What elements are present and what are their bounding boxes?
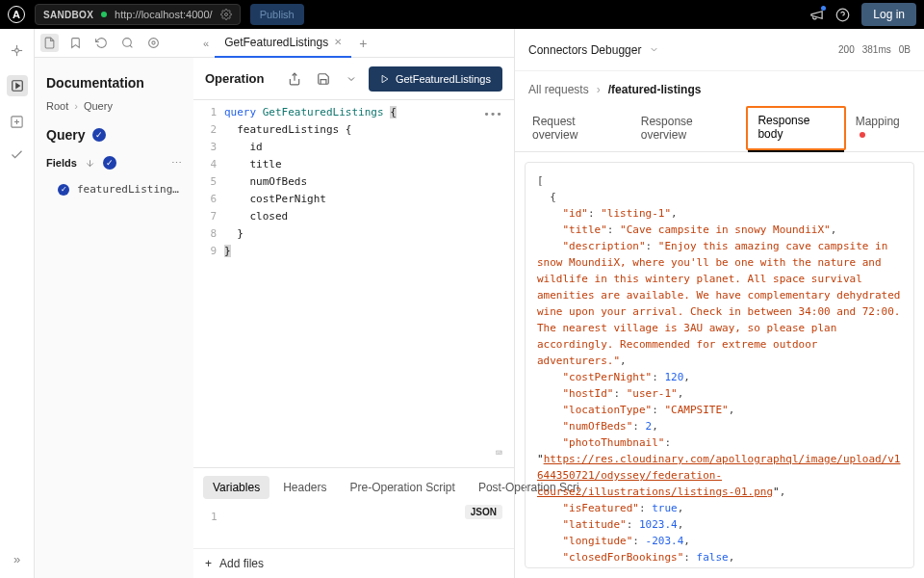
- fields-select-all-icon[interactable]: ✓: [103, 156, 116, 170]
- svg-point-0: [224, 13, 227, 16]
- rail-operations-icon[interactable]: [7, 75, 28, 96]
- status-dot-icon: [101, 12, 107, 17]
- tab-response-overview[interactable]: Response overview: [631, 105, 747, 151]
- save-icon[interactable]: [313, 68, 334, 90]
- sidebar-toolbar: [35, 29, 193, 58]
- response-tabs: Request overview Response overview Respo…: [515, 104, 924, 152]
- chevron-down-icon[interactable]: [342, 69, 361, 89]
- collapse-sidebar-icon[interactable]: «: [197, 38, 215, 49]
- rail-expand-icon[interactable]: »: [13, 552, 20, 566]
- topbar: A SANDBOX http://localhost:4000/ Publish…: [0, 0, 924, 29]
- debugger-header: Connectors Debugger 200 381ms 0B: [515, 29, 924, 71]
- fields-label: Fields: [46, 157, 77, 169]
- svg-point-15: [152, 41, 155, 44]
- sort-icon[interactable]: [85, 158, 95, 169]
- svg-marker-19: [382, 75, 388, 83]
- editor-more-icon[interactable]: •••: [483, 106, 502, 123]
- sandbox-label: SANDBOX: [43, 10, 93, 20]
- login-button[interactable]: Log in: [861, 3, 916, 26]
- add-tab-icon[interactable]: +: [351, 36, 374, 51]
- var-line-number: 1: [205, 511, 502, 523]
- keyboard-icon[interactable]: ⌨: [496, 444, 502, 461]
- file-tab[interactable]: GetFeaturedListings ✕: [215, 29, 351, 58]
- field-name: featuredListings: […: [77, 183, 182, 196]
- search-icon[interactable]: [118, 34, 137, 52]
- tab-variables[interactable]: Variables: [203, 476, 270, 499]
- svg-marker-9: [15, 84, 18, 89]
- svg-point-3: [15, 48, 19, 52]
- all-requests-link[interactable]: All requests: [528, 83, 589, 96]
- breadcrumb-query[interactable]: Query: [84, 100, 113, 112]
- file-tab-label: GetFeaturedListings: [224, 36, 328, 49]
- left-rail: »: [0, 29, 35, 578]
- endpoint-url[interactable]: http://localhost:4000/: [115, 9, 213, 20]
- latency: 381ms: [862, 44, 891, 55]
- rail-checks-icon[interactable]: [10, 146, 25, 162]
- apollo-logo-icon[interactable]: A: [8, 6, 25, 23]
- rail-schema-icon[interactable]: [10, 114, 25, 129]
- editor-panel: « GetFeaturedListings ✕ + Operation GetF…: [193, 29, 515, 578]
- field-item[interactable]: ✓ featuredListings: […: [35, 179, 193, 199]
- svg-point-16: [149, 39, 159, 48]
- check-badge-icon[interactable]: ✓: [92, 128, 106, 142]
- tab-request-overview[interactable]: Request overview: [523, 105, 629, 151]
- request-breadcrumb: All requests › /featured-listings: [515, 71, 924, 104]
- tab-mapping[interactable]: Mapping: [846, 105, 916, 151]
- history-icon[interactable]: [92, 34, 111, 52]
- endpoint-pill[interactable]: SANDBOX http://localhost:4000/: [35, 4, 241, 25]
- type-title: Query: [46, 127, 85, 143]
- operation-bar: Operation GetFeaturedListings: [193, 58, 514, 100]
- share-icon[interactable]: [284, 68, 305, 90]
- request-path: /featured-listings: [608, 83, 702, 96]
- publish-button[interactable]: Publish: [250, 4, 304, 25]
- field-check-icon[interactable]: ✓: [58, 184, 69, 196]
- bottom-tabs: Variables Headers Pre-Operation Script P…: [193, 468, 514, 505]
- editor-tabs: « GetFeaturedListings ✕ +: [193, 29, 514, 58]
- plus-icon: +: [205, 557, 212, 570]
- code-editor[interactable]: 123456789 query GetFeaturedListings { fe…: [193, 100, 514, 467]
- tab-headers[interactable]: Headers: [273, 476, 336, 499]
- rail-explorer-icon[interactable]: [10, 42, 25, 58]
- variables-editor[interactable]: JSON 1: [193, 505, 514, 548]
- close-icon[interactable]: ✕: [334, 37, 342, 47]
- breadcrumb: Root › Query: [35, 100, 193, 127]
- breadcrumb-root[interactable]: Root: [46, 100, 68, 112]
- chevron-right-icon: ›: [74, 100, 78, 112]
- tab-response-body[interactable]: Response body: [748, 104, 843, 152]
- tab-pre-script[interactable]: Pre-Operation Script: [341, 476, 465, 499]
- run-button-label: GetFeaturedListings: [396, 73, 491, 85]
- doc-title: Documentation: [35, 58, 193, 100]
- settings-icon[interactable]: [144, 34, 163, 52]
- notification-dot-icon: [821, 6, 826, 11]
- operation-label: Operation: [205, 71, 276, 86]
- play-icon: [380, 74, 390, 84]
- run-button[interactable]: GetFeaturedListings: [369, 66, 502, 92]
- variables-panel: Variables Headers Pre-Operation Script P…: [193, 467, 514, 578]
- json-badge[interactable]: JSON: [465, 505, 502, 519]
- chevron-down-icon[interactable]: [649, 44, 659, 55]
- help-icon[interactable]: [835, 8, 850, 22]
- response-body-viewer[interactable]: [ { "id": "listing-1", "title": "Cave ca…: [525, 162, 914, 568]
- doc-sidebar: Documentation Root › Query Query ✓ Field…: [35, 29, 193, 578]
- docs-icon[interactable]: [40, 34, 59, 52]
- debugger-label[interactable]: Connectors Debugger: [528, 43, 641, 57]
- announcements-icon[interactable]: [809, 8, 824, 22]
- response-panel: Connectors Debugger 200 381ms 0B All req…: [515, 29, 924, 578]
- gear-icon[interactable]: [220, 9, 232, 20]
- status-code: 200: [838, 44, 855, 55]
- fields-more-icon[interactable]: ⋯: [171, 157, 182, 170]
- bookmark-icon[interactable]: [66, 34, 85, 52]
- bytes: 0B: [899, 44, 911, 55]
- error-dot-icon: [860, 132, 865, 138]
- add-files-button[interactable]: + Add files: [193, 548, 514, 578]
- chevron-right-icon: ›: [597, 83, 601, 96]
- svg-point-13: [123, 39, 132, 47]
- svg-line-14: [130, 45, 132, 47]
